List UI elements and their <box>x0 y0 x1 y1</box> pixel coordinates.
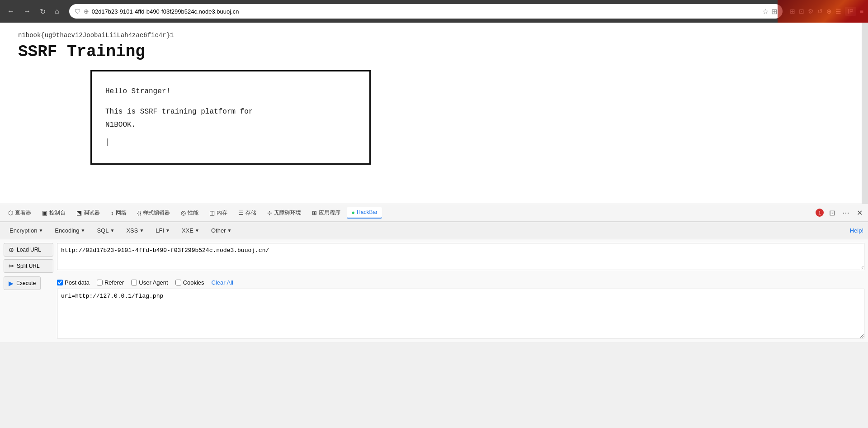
style-editor-icon: {} <box>137 209 142 216</box>
forward-button[interactable]: → <box>21 5 33 17</box>
menu-sql[interactable]: SQL ▼ <box>92 225 119 236</box>
other-arrow-icon: ▼ <box>227 228 231 233</box>
menu-encoding[interactable]: Encoding ▼ <box>50 225 90 236</box>
user-agent-label: User Agent <box>139 279 168 286</box>
devtools-tab-memory[interactable]: ◫ 内存 <box>205 207 232 219</box>
browser-bg-decoration <box>778 0 868 23</box>
referer-label: Referer <box>104 279 124 286</box>
reload-button[interactable]: ↻ <box>37 5 48 18</box>
devtools-tab-accessibility[interactable]: ⊹ 无障碍环境 <box>263 207 306 219</box>
console-label: 控制台 <box>49 209 66 217</box>
menu-xss[interactable]: XSS ▼ <box>121 225 149 236</box>
devtools-tab-performance[interactable]: ◎ 性能 <box>176 207 203 219</box>
scroll-indicator[interactable] <box>862 23 868 204</box>
accessibility-icon: ⊹ <box>267 209 272 216</box>
devtools-tab-inspector[interactable]: ⬡ 查看器 <box>4 207 36 219</box>
home-button[interactable]: ⌂ <box>52 5 62 17</box>
post-data-checkbox-label[interactable]: Post data <box>57 279 90 286</box>
load-url-label: Load URL <box>17 247 41 253</box>
url-input[interactable] <box>57 243 864 270</box>
xxe-arrow-icon: ▼ <box>195 228 199 233</box>
content-line1: Hello Stranger! <box>105 85 356 98</box>
performance-icon: ◎ <box>181 209 186 216</box>
content-box: Hello Stranger! This is SSRF training pl… <box>90 70 371 165</box>
help-link[interactable]: Help! <box>850 227 863 234</box>
more-options-button[interactable]: ⋯ <box>840 208 851 218</box>
devtools-tab-style-editor[interactable]: {} 样式编辑器 <box>133 207 175 219</box>
hackbar-panel: Encryption ▼ Encoding ▼ SQL ▼ XSS ▼ LFI … <box>0 222 868 342</box>
cookies-checkbox[interactable] <box>175 280 181 285</box>
split-url-icon: ✂ <box>9 262 14 270</box>
flag-text: n1book{ug9thaevi2JoobaiLiiLah4zae6fie4r}… <box>18 32 850 39</box>
address-bar-container: 🛡 ⊕ ☆ ⊞ <box>69 4 783 19</box>
clear-all-button[interactable]: Clear All <box>212 279 233 286</box>
lfi-label: LFI <box>156 227 164 234</box>
screenshot-icon[interactable]: ⊞ <box>771 7 777 16</box>
split-url-label: Split URL <box>17 263 40 269</box>
close-devtools-button[interactable]: ✕ <box>855 208 864 218</box>
devtools-tab-storage[interactable]: ☰ 存储 <box>234 207 261 219</box>
devtools-tab-application[interactable]: ⊞ 应用程序 <box>307 207 345 219</box>
hackbar-url-area <box>57 243 864 273</box>
post-data-textarea[interactable] <box>57 289 864 338</box>
load-url-icon: ⊕ <box>9 246 14 253</box>
encryption-label: Encryption <box>9 227 37 234</box>
devtools-bar: ⬡ 查看器 ▣ 控制台 ⬔ 调试器 ↕ 网络 {} 样式编辑器 ◎ 性能 ◫ 内… <box>0 204 868 222</box>
inspector-icon: ⬡ <box>8 209 13 216</box>
load-url-button[interactable]: ⊕ Load URL <box>4 243 53 257</box>
devtools-tab-debugger[interactable]: ⬔ 调试器 <box>72 207 104 219</box>
devtools-tab-hackbar[interactable]: ● HackBar <box>347 207 382 219</box>
browser-chrome: ← → ↻ ⌂ 🛡 ⊕ ☆ ⊞ ⊞ ⊡ ⚙ ↺ ⊕ ☰ IP ≡ <box>0 0 868 23</box>
encryption-arrow-icon: ▼ <box>38 228 43 233</box>
execute-label: Execute <box>16 280 36 286</box>
menu-encryption[interactable]: Encryption ▼ <box>5 225 48 236</box>
menu-lfi[interactable]: LFI ▼ <box>151 225 175 236</box>
hackbar-menu-bar: Encryption ▼ Encoding ▼ SQL ▼ XSS ▼ LFI … <box>0 222 868 239</box>
other-label: Other <box>211 227 226 234</box>
devtools-tab-network[interactable]: ↕ 网络 <box>106 207 131 219</box>
menu-other[interactable]: Other ▼ <box>206 225 236 236</box>
execute-button-area: ▶ Execute <box>4 276 53 338</box>
user-agent-checkbox[interactable] <box>131 280 137 285</box>
address-bar[interactable] <box>92 8 760 15</box>
encoding-label: Encoding <box>55 227 79 234</box>
referer-checkbox[interactable] <box>97 280 103 285</box>
devtools-right-area: 1 ⊡ ⋯ ✕ <box>816 208 864 218</box>
bookmark-icon[interactable]: ☆ <box>762 7 769 16</box>
content-line2: This is SSRF training platform for <box>105 105 356 119</box>
xxe-label: XXE <box>182 227 193 234</box>
inspector-label: 查看器 <box>15 209 31 217</box>
menu-xxe[interactable]: XXE ▼ <box>177 225 204 236</box>
referer-checkbox-label[interactable]: Referer <box>97 279 124 286</box>
hackbar-label: HackBar <box>357 209 377 215</box>
sql-arrow-icon: ▼ <box>110 228 114 233</box>
devtools-tab-console[interactable]: ▣ 控制台 <box>38 207 70 219</box>
cookies-label: Cookies <box>183 279 204 286</box>
page-title: SSRF Training <box>18 43 850 61</box>
page-content: n1book{ug9thaevi2JoobaiLiiLah4zae6fie4r}… <box>0 23 868 204</box>
hackbar-lower-area: ▶ Execute Post data Referer User Agent <box>0 276 868 342</box>
execute-button[interactable]: ▶ Execute <box>4 276 41 290</box>
post-data-label: Post data <box>65 279 90 286</box>
content-line3: N1BOOK. <box>105 119 356 132</box>
debugger-label: 调试器 <box>84 209 100 217</box>
storage-icon: ☰ <box>238 209 244 216</box>
sql-label: SQL <box>97 227 108 234</box>
hackbar-main-area: ⊕ Load URL ✂ Split URL <box>0 239 868 276</box>
console-icon: ▣ <box>42 209 47 216</box>
cookies-checkbox-label[interactable]: Cookies <box>175 279 204 286</box>
accessibility-label: 无障碍环境 <box>274 209 301 217</box>
encoding-arrow-icon: ▼ <box>81 228 85 233</box>
application-icon: ⊞ <box>312 209 317 216</box>
dock-icon-button[interactable]: ⊡ <box>827 208 837 218</box>
back-button[interactable]: ← <box>5 5 17 17</box>
style-editor-label: 样式编辑器 <box>143 209 170 217</box>
hackbar-form-area: Post data Referer User Agent Cookies Cle… <box>57 276 864 338</box>
hackbar-checkboxes: Post data Referer User Agent Cookies Cle… <box>57 276 864 289</box>
split-url-button[interactable]: ✂ Split URL <box>4 259 53 273</box>
user-agent-checkbox-label[interactable]: User Agent <box>131 279 168 286</box>
post-data-checkbox[interactable] <box>57 280 63 285</box>
xss-arrow-icon: ▼ <box>139 228 144 233</box>
lfi-arrow-icon: ▼ <box>165 228 170 233</box>
memory-label: 内存 <box>217 209 227 217</box>
